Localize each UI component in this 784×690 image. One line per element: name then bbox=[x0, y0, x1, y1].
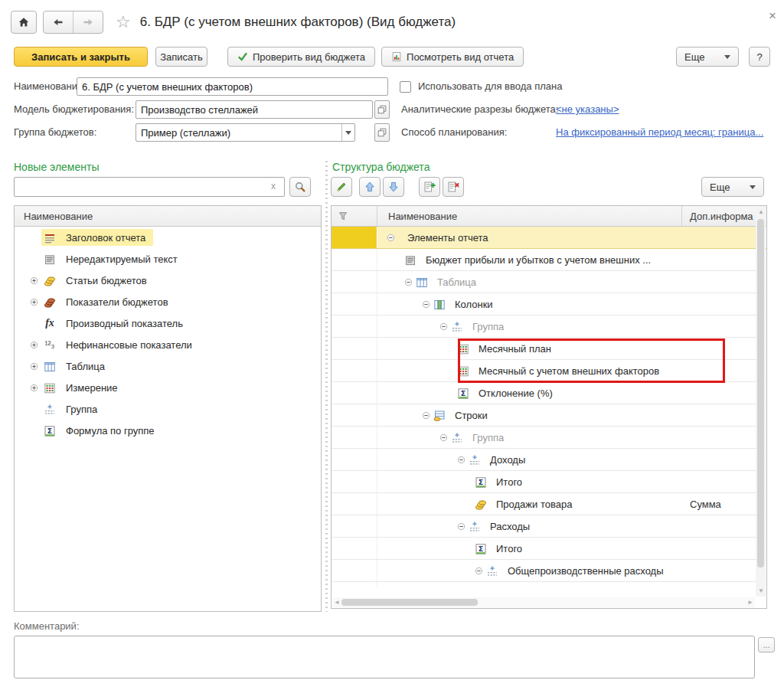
tree-row[interactable]: ΣОтклонение (%) bbox=[332, 382, 766, 404]
panel-splitter[interactable] bbox=[325, 161, 328, 612]
search-button[interactable] bbox=[289, 177, 311, 197]
name-input[interactable] bbox=[77, 77, 388, 96]
delete-element-button[interactable] bbox=[443, 177, 464, 197]
budget-group-dropdown-button[interactable] bbox=[341, 124, 354, 141]
planning-method-link[interactable]: На фиксированный период месяц: граница..… bbox=[556, 123, 763, 142]
tree-row[interactable]: ΣИтого bbox=[332, 582, 766, 587]
collapse-node-icon[interactable] bbox=[457, 522, 466, 531]
back-button[interactable] bbox=[44, 11, 73, 33]
save-button[interactable]: Записать bbox=[155, 47, 207, 67]
analytic-cuts-link[interactable]: <не указаны> bbox=[556, 100, 619, 119]
scroll-down-icon[interactable]: ▼ bbox=[758, 588, 764, 594]
left-list-header[interactable]: Наименование bbox=[15, 206, 321, 227]
scroll-up-icon[interactable]: ▲ bbox=[758, 209, 764, 215]
tree-row-name-cell: ΣИтого bbox=[377, 471, 682, 492]
list-item[interactable]: Заголовок отчета bbox=[15, 227, 321, 248]
expander-slot[interactable] bbox=[30, 341, 41, 349]
tree-row[interactable]: Расходы bbox=[332, 515, 766, 538]
tree-row[interactable]: Месячный с учетом внешних факторов bbox=[332, 360, 766, 382]
tree-row[interactable]: Продажи товараСумма bbox=[332, 493, 766, 515]
use-for-plan-checkbox[interactable] bbox=[400, 81, 411, 93]
comment-textarea[interactable] bbox=[14, 636, 755, 679]
check-budget-type-button[interactable]: Проверить вид бюджета bbox=[227, 47, 375, 67]
tree-row[interactable]: ΣИтого bbox=[332, 471, 766, 493]
save-and-close-button[interactable]: Записать и закрыть bbox=[14, 47, 148, 67]
favorite-star-icon[interactable]: ☆ bbox=[116, 14, 131, 31]
model-open-button[interactable] bbox=[374, 100, 390, 119]
expander-slot[interactable] bbox=[30, 276, 41, 285]
tree-row-label: Общепроизводственные расходы bbox=[508, 565, 664, 577]
sigma-icon: Σ bbox=[457, 387, 469, 399]
scroll-left-icon[interactable]: ◄ bbox=[334, 600, 340, 606]
collapse-node-icon[interactable] bbox=[439, 433, 448, 442]
list-item[interactable]: Нередактируемый текст bbox=[15, 248, 321, 270]
filter-column-header[interactable] bbox=[332, 206, 377, 226]
tree-row[interactable]: ΣИтого bbox=[332, 538, 766, 560]
tree-row-extra-cell bbox=[682, 227, 756, 248]
tree-row[interactable]: Элементы отчета bbox=[332, 227, 766, 249]
expand-node-icon[interactable] bbox=[30, 298, 38, 306]
view-report-button[interactable]: Посмотреть вид отчета bbox=[381, 47, 524, 67]
tree-row[interactable]: Бюджет прибыли и убытков с учетом внешни… bbox=[332, 249, 766, 271]
help-button[interactable]: ? bbox=[749, 47, 770, 67]
expander-slot[interactable] bbox=[30, 298, 41, 306]
tree-row-extra-cell bbox=[682, 471, 756, 492]
collapse-node-icon[interactable] bbox=[404, 278, 413, 286]
model-input[interactable] bbox=[136, 100, 373, 119]
scroll-right-icon[interactable]: ► bbox=[747, 600, 753, 606]
home-button[interactable] bbox=[11, 11, 37, 34]
extra-column-header[interactable]: Доп.информа bbox=[682, 206, 756, 226]
collapse-node-icon[interactable] bbox=[387, 234, 395, 242]
list-item[interactable]: Группа bbox=[15, 398, 321, 420]
search-input[interactable] bbox=[14, 177, 285, 197]
expand-node-icon[interactable] bbox=[30, 341, 38, 349]
tree-row[interactable]: Группа bbox=[332, 316, 766, 338]
expand-node-icon[interactable] bbox=[30, 362, 38, 371]
more-button-top[interactable]: Еще bbox=[676, 47, 739, 67]
name-column-header[interactable]: Наименование bbox=[377, 206, 682, 226]
tree-row[interactable]: Таблица bbox=[332, 271, 766, 293]
tree-vertical-scrollbar[interactable]: ▲ ▼ bbox=[756, 207, 766, 597]
tree-row-label: Бюджет прибыли и убытков с учетом внешни… bbox=[426, 254, 651, 266]
move-up-button[interactable] bbox=[359, 177, 381, 197]
collapse-node-icon[interactable] bbox=[422, 300, 430, 309]
tree-vscroll-thumb[interactable] bbox=[757, 219, 764, 567]
collapse-node-icon[interactable] bbox=[457, 456, 466, 464]
tree-row[interactable]: Доходы bbox=[332, 449, 766, 471]
tree-row[interactable]: Колонки bbox=[332, 293, 766, 316]
expander-slot[interactable] bbox=[30, 384, 41, 392]
expander-slot[interactable] bbox=[30, 362, 41, 371]
tree-row[interactable]: Месячный план bbox=[332, 338, 766, 360]
list-item-label: Формула по группе bbox=[66, 425, 155, 437]
tree-hscroll-thumb[interactable] bbox=[341, 599, 478, 606]
list-item[interactable]: ΣФормула по группе bbox=[15, 420, 321, 441]
edit-element-button[interactable] bbox=[331, 177, 352, 197]
tree-row[interactable]: Группа bbox=[332, 427, 766, 449]
list-item[interactable]: Измерение bbox=[15, 377, 321, 398]
left-toolbar: x bbox=[14, 177, 322, 197]
collapse-node-icon[interactable] bbox=[439, 322, 448, 331]
tree-row[interactable]: Строки bbox=[332, 404, 766, 427]
more-button-tree[interactable]: Еще bbox=[701, 177, 764, 197]
comment-more-button[interactable]: ... bbox=[758, 637, 775, 652]
tree-row-extra-cell bbox=[682, 427, 756, 448]
budget-group-combo[interactable] bbox=[136, 123, 355, 142]
collapse-node-icon[interactable] bbox=[475, 567, 483, 575]
close-icon[interactable]: × bbox=[769, 9, 776, 22]
expand-node-icon[interactable] bbox=[30, 384, 38, 392]
list-item[interactable]: Статьи бюджетов bbox=[15, 270, 321, 291]
list-item[interactable]: fxПроизводный показатель bbox=[15, 312, 321, 334]
expand-node-icon[interactable] bbox=[30, 276, 38, 285]
add-element-button[interactable] bbox=[419, 177, 440, 197]
tree-horizontal-scrollbar[interactable]: ◄ ► bbox=[332, 597, 755, 607]
tree-row[interactable]: Общепроизводственные расходы bbox=[332, 560, 766, 582]
list-item[interactable]: Показатели бюджетов bbox=[15, 291, 321, 312]
budget-group-open-button[interactable] bbox=[374, 123, 390, 142]
clear-search-icon[interactable]: x bbox=[271, 181, 276, 191]
form-area: Наименование: Использовать для ввода пла… bbox=[0, 74, 784, 150]
list-item[interactable]: ¹²₃Нефинансовые показатели bbox=[15, 334, 321, 355]
move-down-button[interactable] bbox=[383, 177, 404, 197]
forward-button[interactable] bbox=[74, 11, 103, 33]
collapse-node-icon[interactable] bbox=[422, 411, 430, 420]
list-item[interactable]: Таблица bbox=[15, 355, 321, 377]
